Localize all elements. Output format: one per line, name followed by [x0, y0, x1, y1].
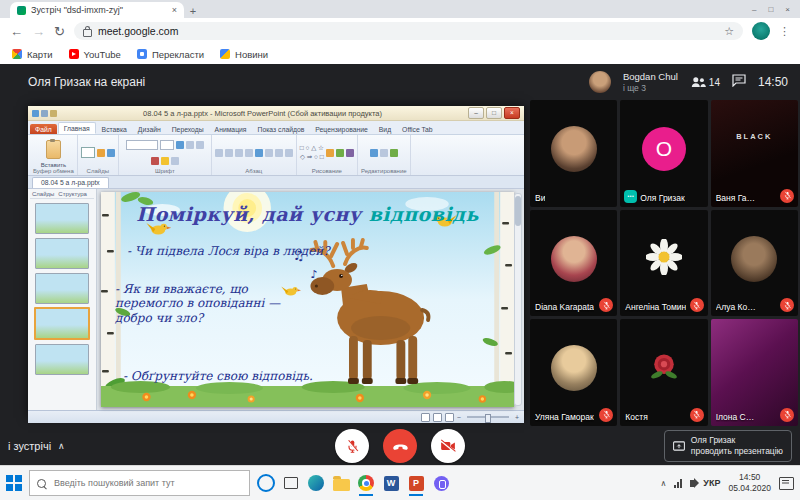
speaking-indicator-icon — [624, 190, 637, 203]
participant-tile[interactable]: O Оля Гризак — [620, 100, 707, 207]
ppt-close-icon[interactable]: × — [504, 107, 520, 119]
ribbon-tab-review[interactable]: Рецензирование — [310, 124, 372, 134]
network-icon[interactable] — [674, 479, 682, 488]
participants-summary[interactable]: Bogdan Chul і ще 3 — [623, 71, 678, 93]
shapes-gallery-icon[interactable]: □ ○ △ ☆◇ ⇒ ○ □ — [300, 144, 324, 161]
participant-tile[interactable]: Ілона С… — [711, 319, 798, 426]
panel-tab-slides[interactable]: Слайды — [32, 191, 54, 197]
profile-avatar[interactable] — [752, 22, 770, 40]
slide-thumbnail[interactable] — [35, 203, 89, 234]
new-slide-icon[interactable] — [81, 147, 95, 158]
taskbar-search[interactable] — [29, 470, 250, 496]
browser-tab[interactable]: Зустріч "dsd-imxm-zyj" × — [10, 2, 184, 18]
taskbar-app-explorer[interactable] — [332, 474, 350, 492]
tab-title: Зустріч "dsd-imxm-zyj" — [31, 5, 167, 15]
browser-menu-icon[interactable]: ⋮ — [779, 25, 790, 38]
slide-thumbnail-selected[interactable] — [34, 307, 90, 340]
ppt-maximize-icon[interactable]: □ — [486, 107, 502, 119]
redo-icon[interactable] — [50, 110, 57, 117]
ribbon-tab-design[interactable]: Дизайн — [133, 124, 166, 134]
quick-access-toolbar[interactable] — [32, 110, 57, 117]
view-sorter-icon[interactable] — [433, 413, 442, 422]
ribbon-tab-home[interactable]: Главная — [58, 122, 96, 134]
ppt-minimize-icon[interactable]: – — [468, 107, 484, 119]
participant-tile[interactable]: Ангеліна Томин — [620, 210, 707, 317]
taskbar-search-input[interactable] — [52, 477, 216, 489]
taskbar-clock[interactable]: 14:50 05.04.2020 — [728, 472, 771, 493]
taskbar-app-viber[interactable] — [432, 474, 450, 492]
ribbon-tab-slideshow[interactable]: Показ слайдов — [253, 124, 310, 134]
save-icon[interactable] — [32, 110, 39, 117]
mic-toggle-button[interactable] — [335, 429, 369, 463]
ppt-title-bar[interactable]: 08.04 5 а л-ра.pptx - Microsoft PowerPoi… — [28, 106, 524, 121]
maximize-icon[interactable]: □ — [768, 5, 773, 14]
group-slides[interactable]: Слайды — [78, 135, 119, 175]
ribbon-tab-view[interactable]: Вид — [374, 124, 396, 134]
phone-hangup-icon — [392, 442, 409, 451]
font-size-box[interactable] — [160, 140, 174, 150]
panel-tab-outline[interactable]: Структура — [58, 191, 86, 197]
group-clipboard[interactable]: Вставить Буфер обмена — [30, 135, 78, 175]
ppt-scrollbar[interactable] — [514, 193, 522, 406]
view-slideshow-icon[interactable] — [445, 413, 454, 422]
meeting-details-button[interactable]: і зустрічі ∧ — [8, 440, 65, 452]
bookmark-youtube[interactable]: YouTube — [69, 49, 121, 60]
ribbon-tab-file[interactable]: Файл — [30, 124, 57, 134]
zoom-slider[interactable] — [467, 416, 509, 418]
participant-tile[interactable]: Diana Karapata — [530, 210, 617, 317]
zoom-out-icon[interactable]: − — [457, 414, 461, 421]
ribbon-tab-transitions[interactable]: Переходы — [167, 124, 209, 134]
language-indicator[interactable]: УКР — [703, 478, 720, 488]
address-bar[interactable]: meet.google.com ☆ — [74, 22, 743, 40]
group-font[interactable]: Шрифт — [119, 135, 212, 175]
camera-toggle-button[interactable] — [431, 429, 465, 463]
taskbar-app-chrome[interactable] — [357, 474, 375, 492]
bookmark-maps[interactable]: Карти — [12, 49, 53, 60]
taskbar-app-edge[interactable] — [307, 474, 325, 492]
minimize-icon[interactable]: – — [752, 5, 756, 14]
camera-off-icon — [440, 439, 456, 453]
notification-center-icon[interactable] — [779, 477, 794, 490]
group-paragraph[interactable]: Абзац — [212, 135, 297, 175]
participant-tile[interactable]: Алуа Ко… — [711, 210, 798, 317]
chat-button[interactable] — [732, 73, 746, 91]
tray-expand-icon[interactable]: ∧ — [660, 479, 666, 488]
hangup-button[interactable] — [383, 429, 417, 463]
bookmark-news[interactable]: Новини — [220, 49, 268, 60]
tab-close-icon[interactable]: × — [172, 6, 177, 15]
ribbon-tab-animation[interactable]: Анимация — [210, 124, 252, 134]
close-icon[interactable]: × — [785, 5, 790, 14]
ribbon-tab-officetab[interactable]: Office Tab — [397, 124, 437, 134]
document-tab[interactable]: 08.04 5 а л-ра.pptx — [32, 177, 109, 188]
bookmark-star-icon[interactable]: ☆ — [724, 25, 734, 38]
ribbon-tab-insert[interactable]: Вставка — [97, 124, 132, 134]
participant-tile[interactable]: Костя — [620, 319, 707, 426]
participant-tile[interactable]: BLACK Ваня Га… — [711, 100, 798, 207]
paste-icon[interactable] — [46, 140, 61, 159]
group-editing[interactable]: Редактирование — [358, 135, 411, 175]
slide-thumbnail[interactable] — [35, 238, 89, 269]
new-tab-button[interactable]: + — [184, 4, 202, 18]
back-icon[interactable]: ← — [10, 25, 23, 38]
participants-button[interactable]: 14 — [690, 76, 720, 88]
slide-thumbnail[interactable] — [35, 344, 89, 375]
volume-icon[interactable] — [690, 480, 695, 487]
zoom-in-icon[interactable]: + — [515, 414, 519, 421]
bookmark-translate[interactable]: Перекласти — [137, 49, 204, 60]
start-button[interactable] — [6, 475, 22, 491]
youtube-icon — [69, 49, 79, 59]
meet-favicon-icon — [17, 6, 26, 15]
participant-tile-you[interactable]: Ви — [530, 100, 617, 207]
participant-tile[interactable]: Уляна Гаморак — [530, 319, 617, 426]
slide-thumbnail[interactable] — [35, 273, 89, 304]
font-name-box[interactable] — [126, 140, 158, 150]
task-view-button[interactable] — [282, 474, 300, 492]
taskbar-app-word[interactable] — [382, 474, 400, 492]
undo-icon[interactable] — [41, 110, 48, 117]
forward-icon[interactable]: → — [32, 25, 45, 38]
view-normal-icon[interactable] — [421, 413, 430, 422]
reload-icon[interactable]: ↻ — [54, 25, 65, 38]
cortana-button[interactable] — [257, 474, 275, 492]
taskbar-app-powerpoint[interactable] — [407, 474, 425, 492]
group-drawing[interactable]: □ ○ △ ☆◇ ⇒ ○ □ Рисование — [297, 135, 358, 175]
